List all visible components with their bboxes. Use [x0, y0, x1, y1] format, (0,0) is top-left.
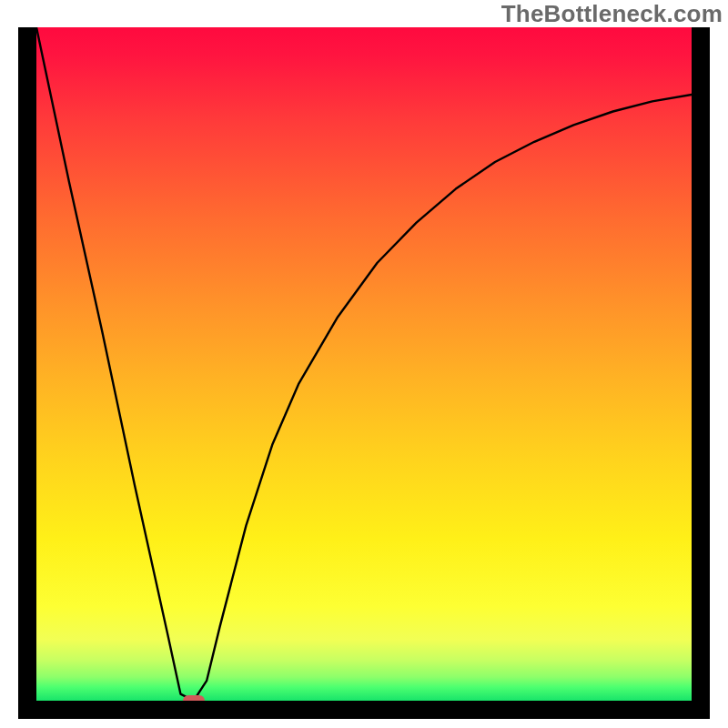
watermark-text: TheBottleneck.com — [501, 0, 723, 28]
curve-svg — [36, 27, 692, 701]
chart-root: TheBottleneck.com — [0, 0, 728, 728]
bottleneck-curve-line — [36, 27, 692, 701]
minimum-marker — [183, 695, 205, 701]
plot-area — [36, 27, 692, 701]
plot-frame — [18, 27, 710, 719]
